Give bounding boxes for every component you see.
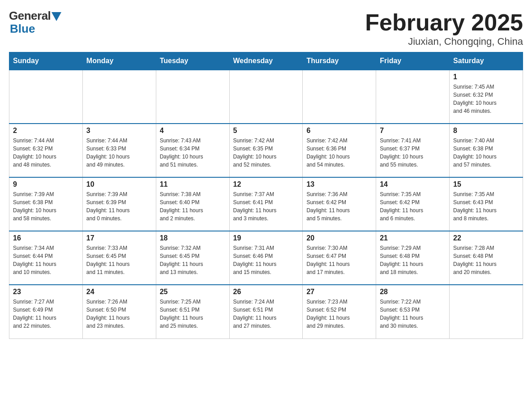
calendar-week-row: 2Sunrise: 7:44 AM Sunset: 6:32 PM Daylig… — [9, 124, 523, 177]
day-number: 23 — [13, 288, 79, 296]
header-wednesday: Wednesday — [229, 52, 303, 70]
table-row: 6Sunrise: 7:42 AM Sunset: 6:36 PM Daylig… — [303, 124, 376, 177]
header-friday: Friday — [376, 52, 450, 70]
table-row: 1Sunrise: 7:45 AM Sunset: 6:32 PM Daylig… — [450, 70, 523, 124]
table-row: 3Sunrise: 7:44 AM Sunset: 6:33 PM Daylig… — [82, 124, 156, 177]
title-block: February 2025 Jiuxian, Chongqing, China — [365, 9, 523, 47]
calendar-week-row: 9Sunrise: 7:39 AM Sunset: 6:38 PM Daylig… — [9, 177, 523, 231]
table-row — [376, 70, 450, 124]
day-info: Sunrise: 7:29 AM Sunset: 6:48 PM Dayligh… — [380, 244, 446, 276]
day-number: 26 — [233, 288, 299, 296]
calendar-week-row: 23Sunrise: 7:27 AM Sunset: 6:49 PM Dayli… — [9, 285, 523, 338]
day-number: 2 — [13, 127, 79, 135]
day-info: Sunrise: 7:37 AM Sunset: 6:41 PM Dayligh… — [233, 190, 299, 223]
day-info: Sunrise: 7:36 AM Sunset: 6:42 PM Dayligh… — [306, 190, 372, 223]
calendar-week-row: 1Sunrise: 7:45 AM Sunset: 6:32 PM Daylig… — [9, 70, 523, 124]
day-number: 9 — [13, 180, 79, 188]
table-row: 15Sunrise: 7:35 AM Sunset: 6:43 PM Dayli… — [450, 177, 523, 231]
header-monday: Monday — [82, 52, 156, 70]
day-number: 4 — [160, 127, 226, 135]
day-info: Sunrise: 7:27 AM Sunset: 6:49 PM Dayligh… — [13, 298, 79, 330]
table-row: 22Sunrise: 7:28 AM Sunset: 6:48 PM Dayli… — [450, 231, 523, 285]
day-info: Sunrise: 7:44 AM Sunset: 6:33 PM Dayligh… — [86, 137, 152, 169]
header-tuesday: Tuesday — [156, 52, 229, 70]
table-row: 13Sunrise: 7:36 AM Sunset: 6:42 PM Dayli… — [303, 177, 376, 231]
day-info: Sunrise: 7:45 AM Sunset: 6:32 PM Dayligh… — [453, 83, 519, 115]
logo-blue-text: Blue — [10, 22, 35, 36]
table-row: 12Sunrise: 7:37 AM Sunset: 6:41 PM Dayli… — [229, 177, 303, 231]
day-number: 17 — [86, 234, 152, 242]
day-info: Sunrise: 7:24 AM Sunset: 6:51 PM Dayligh… — [233, 298, 299, 330]
day-info: Sunrise: 7:43 AM Sunset: 6:34 PM Dayligh… — [160, 137, 226, 169]
table-row: 27Sunrise: 7:23 AM Sunset: 6:52 PM Dayli… — [303, 285, 376, 338]
day-number: 15 — [453, 180, 519, 188]
day-number: 3 — [86, 127, 152, 135]
day-info: Sunrise: 7:33 AM Sunset: 6:45 PM Dayligh… — [86, 244, 152, 276]
table-row: 8Sunrise: 7:40 AM Sunset: 6:38 PM Daylig… — [450, 124, 523, 177]
header-saturday: Saturday — [450, 52, 523, 70]
table-row — [450, 285, 523, 338]
page-header: General Blue February 2025 Jiuxian, Chon… — [9, 9, 523, 47]
day-info: Sunrise: 7:39 AM Sunset: 6:38 PM Dayligh… — [13, 190, 79, 223]
table-row: 18Sunrise: 7:32 AM Sunset: 6:45 PM Dayli… — [156, 231, 229, 285]
table-row: 4Sunrise: 7:43 AM Sunset: 6:34 PM Daylig… — [156, 124, 229, 177]
day-number: 11 — [160, 180, 226, 188]
day-number: 10 — [86, 180, 152, 188]
table-row: 25Sunrise: 7:25 AM Sunset: 6:51 PM Dayli… — [156, 285, 229, 338]
day-info: Sunrise: 7:22 AM Sunset: 6:53 PM Dayligh… — [380, 298, 446, 330]
table-row: 21Sunrise: 7:29 AM Sunset: 6:48 PM Dayli… — [376, 231, 450, 285]
day-number: 16 — [13, 234, 79, 242]
table-row — [229, 70, 303, 124]
table-row: 28Sunrise: 7:22 AM Sunset: 6:53 PM Dayli… — [376, 285, 450, 338]
table-row: 11Sunrise: 7:38 AM Sunset: 6:40 PM Dayli… — [156, 177, 229, 231]
day-info: Sunrise: 7:42 AM Sunset: 6:35 PM Dayligh… — [233, 137, 299, 169]
day-number: 12 — [233, 180, 299, 188]
table-row — [82, 70, 156, 124]
header-sunday: Sunday — [9, 52, 83, 70]
day-info: Sunrise: 7:25 AM Sunset: 6:51 PM Dayligh… — [160, 298, 226, 330]
table-row — [9, 70, 83, 124]
day-info: Sunrise: 7:34 AM Sunset: 6:44 PM Dayligh… — [13, 244, 79, 276]
day-info: Sunrise: 7:39 AM Sunset: 6:39 PM Dayligh… — [86, 190, 152, 223]
calendar-week-row: 16Sunrise: 7:34 AM Sunset: 6:44 PM Dayli… — [9, 231, 523, 285]
day-number: 8 — [453, 127, 519, 135]
day-info: Sunrise: 7:28 AM Sunset: 6:48 PM Dayligh… — [453, 244, 519, 276]
day-info: Sunrise: 7:41 AM Sunset: 6:37 PM Dayligh… — [380, 137, 446, 169]
day-number: 20 — [306, 234, 372, 242]
table-row: 19Sunrise: 7:31 AM Sunset: 6:46 PM Dayli… — [229, 231, 303, 285]
calendar-table: Sunday Monday Tuesday Wednesday Thursday… — [9, 52, 523, 339]
calendar-header-row: Sunday Monday Tuesday Wednesday Thursday… — [9, 52, 523, 70]
day-number: 13 — [306, 180, 372, 188]
day-number: 14 — [380, 180, 446, 188]
day-info: Sunrise: 7:30 AM Sunset: 6:47 PM Dayligh… — [306, 244, 372, 276]
day-info: Sunrise: 7:26 AM Sunset: 6:50 PM Dayligh… — [86, 298, 152, 330]
table-row: 26Sunrise: 7:24 AM Sunset: 6:51 PM Dayli… — [229, 285, 303, 338]
day-info: Sunrise: 7:40 AM Sunset: 6:38 PM Dayligh… — [453, 137, 519, 169]
table-row: 16Sunrise: 7:34 AM Sunset: 6:44 PM Dayli… — [9, 231, 83, 285]
day-number: 25 — [160, 288, 226, 296]
table-row: 24Sunrise: 7:26 AM Sunset: 6:50 PM Dayli… — [82, 285, 156, 338]
table-row: 10Sunrise: 7:39 AM Sunset: 6:39 PM Dayli… — [82, 177, 156, 231]
table-row — [303, 70, 376, 124]
table-row: 9Sunrise: 7:39 AM Sunset: 6:38 PM Daylig… — [9, 177, 83, 231]
table-row: 23Sunrise: 7:27 AM Sunset: 6:49 PM Dayli… — [9, 285, 83, 338]
day-number: 18 — [160, 234, 226, 242]
table-row: 20Sunrise: 7:30 AM Sunset: 6:47 PM Dayli… — [303, 231, 376, 285]
day-number: 5 — [233, 127, 299, 135]
table-row — [156, 70, 229, 124]
logo: General Blue — [9, 9, 61, 36]
day-info: Sunrise: 7:32 AM Sunset: 6:45 PM Dayligh… — [160, 244, 226, 276]
header-thursday: Thursday — [303, 52, 376, 70]
day-number: 21 — [380, 234, 446, 242]
day-number: 22 — [453, 234, 519, 242]
day-number: 19 — [233, 234, 299, 242]
day-number: 28 — [380, 288, 446, 296]
table-row: 17Sunrise: 7:33 AM Sunset: 6:45 PM Dayli… — [82, 231, 156, 285]
day-number: 27 — [306, 288, 372, 296]
day-number: 24 — [86, 288, 152, 296]
logo-triangle-icon — [51, 12, 61, 21]
day-number: 6 — [306, 127, 372, 135]
day-info: Sunrise: 7:35 AM Sunset: 6:43 PM Dayligh… — [453, 190, 519, 223]
svg-marker-0 — [51, 12, 61, 21]
day-info: Sunrise: 7:44 AM Sunset: 6:32 PM Dayligh… — [13, 137, 79, 169]
